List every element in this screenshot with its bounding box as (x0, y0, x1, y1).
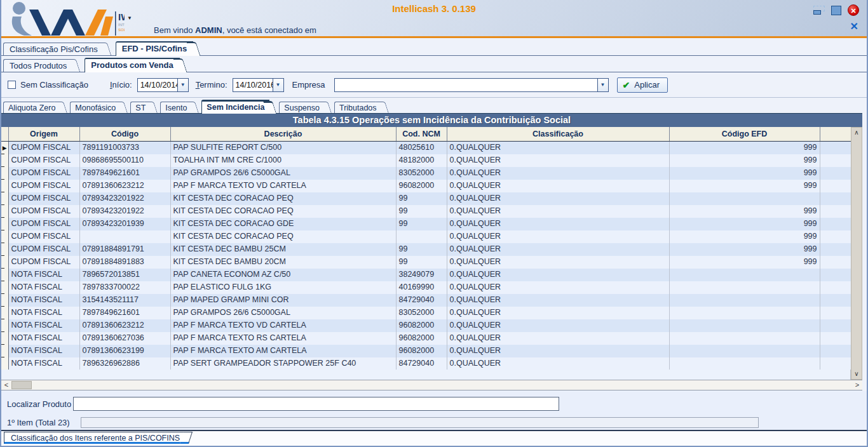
products-grid: OrigemCódigoDescriçãoCod. NCMClassificaç… (1, 127, 851, 370)
aplicar-button[interactable]: ✔ Aplicar (617, 77, 668, 93)
localizar-produto-label: Localizar Produto (7, 399, 71, 409)
vertical-scrollbar[interactable]: ∧ ∨ (851, 127, 862, 380)
cell-origem: NOTA FISCAL (8, 357, 79, 370)
scroll-down-icon[interactable]: ∨ (851, 369, 862, 379)
cell-filler (820, 269, 851, 281)
tab-todos-produtos[interactable]: Todos Produtos (3, 59, 73, 72)
cell-filler (820, 294, 851, 307)
column-header-c-digo[interactable]: Código (79, 127, 170, 141)
tab-categoria-sem-incidencia[interactable]: Sem Incidencia (201, 100, 269, 114)
column-header-classifica-o[interactable]: Classificação (447, 127, 669, 141)
cell-ncm: 96082000 (396, 180, 447, 192)
cell-origem: NOTA FISCAL (8, 319, 79, 332)
table-row[interactable]: NOTA FISCAL7897833700022PAP ELASTICO FUL… (1, 281, 851, 294)
table-row[interactable]: CUPOM FISCAL07891360623212PAP F MARCA TE… (1, 180, 851, 192)
logo-menu-caret-icon[interactable]: ▼ (127, 15, 132, 21)
table-row[interactable]: CUPOM FISCALKIT CESTA DEC CORACAO PEQ0.Q… (1, 230, 851, 243)
table-row[interactable]: ▶CUPOM FISCAL7891191003733PAP SULFITE RE… (1, 141, 851, 154)
table-row[interactable]: NOTA FISCAL7896326962886PAP SERT GRAMPEA… (1, 357, 851, 370)
close-child-window-icon[interactable]: ✕ (850, 20, 858, 32)
close-icon[interactable]: ✕ (848, 4, 859, 16)
table-row[interactable]: NOTA FISCAL07891360623212PAP F MARCA TEX… (1, 319, 851, 332)
cell-filler (820, 167, 851, 180)
horizontal-scrollbar[interactable]: < > (1, 380, 862, 390)
scroll-up-icon[interactable]: ∧ (851, 128, 862, 138)
cell-descricao: PAP F MARCA TEXTO RS CARTELA (170, 332, 396, 345)
tab-categoria-tributados[interactable]: Tributados (334, 102, 382, 113)
item-status-bar (81, 417, 759, 428)
status-tab-label: Classificação dos Itens referente a PIS/… (11, 434, 180, 443)
indicator-cell (1, 205, 8, 218)
cell-classificacao: 0.QUALQUER (447, 294, 669, 307)
column-header-origem[interactable]: Origem (8, 127, 79, 141)
cell-origem: CUPOM FISCAL (8, 205, 79, 218)
tab-classifica-o-pis-cofins[interactable]: Classificação Pis/Cofins (3, 43, 104, 55)
table-row[interactable]: NOTA FISCAL7897849621601PAP GRAMPOS 26/6… (1, 307, 851, 319)
table-row[interactable]: NOTA FISCAL3154143521117PAP MAPED GRAMP … (1, 294, 851, 307)
minimize-icon[interactable] (813, 6, 825, 15)
column-header-descri-o[interactable]: Descrição (170, 127, 396, 141)
indicator-cell (1, 154, 8, 167)
inicio-dropdown-icon[interactable]: ▼ (177, 79, 188, 91)
tab-label: Classificação Pis/Cofins (10, 44, 98, 54)
table-row[interactable]: NOTA FISCAL07891360627036PAP F MARCA TEX… (1, 332, 851, 345)
localizar-produto-input[interactable] (73, 397, 559, 411)
inicio-date-picker[interactable]: 14/10/2014 ▼ (137, 78, 189, 92)
empresa-dropdown-icon[interactable]: ▼ (597, 79, 608, 91)
status-tab[interactable]: Classificação dos Itens referente a PIS/… (4, 432, 186, 444)
tab-produtos-com-venda[interactable]: Produtos com Venda (85, 58, 179, 72)
cell-classificacao: 0.QUALQUER (447, 319, 669, 332)
horizontal-scroll-thumb[interactable] (11, 381, 32, 389)
cell-ncm: 99 (396, 192, 447, 205)
cell-origem: CUPOM FISCAL (8, 154, 79, 167)
scroll-right-icon[interactable]: > (852, 380, 862, 390)
table-row[interactable]: NOTA FISCAL7896572013851PAP CANETA ECONO… (1, 269, 851, 281)
tab-categoria-aliquota-zero[interactable]: Aliquota Zero (3, 102, 60, 113)
cell-filler (820, 192, 851, 205)
tab-categoria-isento[interactable]: Isento (160, 102, 192, 113)
cell-classificacao: 0.QUALQUER (447, 218, 669, 230)
maximize-icon[interactable] (831, 6, 841, 15)
scroll-left-icon[interactable]: < (1, 380, 11, 390)
table-row[interactable]: CUPOM FISCAL07893423201922KIT CESTA DEC … (1, 192, 851, 205)
tab-categoria-st[interactable]: ST (130, 102, 151, 113)
table-row[interactable]: CUPOM FISCAL7897849621601PAP GRAMPOS 26/… (1, 167, 851, 180)
termino-date-picker[interactable]: 14/10/2016 ▼ (233, 78, 284, 92)
page-title: Intellicash 3. 0.139 (1, 3, 867, 14)
empresa-value[interactable] (335, 79, 597, 91)
grid-empty-area (1, 370, 851, 380)
tab-categoria-suspenso[interactable]: Suspenso (279, 102, 325, 113)
column-header-c-digo-efd[interactable]: Código EFD (669, 127, 820, 141)
svg-text:SOLUTIONS: SOLUTIONS (118, 28, 125, 32)
sem-classificacao-checkbox[interactable] (8, 81, 16, 89)
tab-label: Todos Produtos (10, 61, 67, 70)
inicio-date-value[interactable]: 14/10/2014 (138, 79, 177, 91)
table-row[interactable]: CUPOM FISCAL09868695500110TOALHA INT MM … (1, 154, 851, 167)
row-indicator-icon: ▶ (3, 145, 7, 151)
cell-descricao: KIT CESTA DEC BAMBU 20CM (170, 256, 396, 269)
cell-codigo: 07891360627036 (79, 332, 170, 345)
column-header-cod-ncm[interactable]: Cod. NCM (396, 127, 447, 141)
empresa-select[interactable]: ▼ (334, 78, 609, 92)
termino-date-value[interactable]: 14/10/2016 (233, 79, 273, 91)
cell-filler (820, 180, 851, 192)
cell-descricao: PAP CANETA ECONOM AZ C/50 (170, 269, 396, 281)
indicator-cell (1, 281, 8, 294)
table-row[interactable]: CUPOM FISCAL07893423201922KIT CESTA DEC … (1, 205, 851, 218)
table-row[interactable]: CUPOM FISCAL07893423201939KIT CESTA DEC … (1, 218, 851, 230)
cell-origem: NOTA FISCAL (8, 294, 79, 307)
indicator-cell (1, 192, 8, 205)
cell-classificacao: 0.QUALQUER (447, 192, 669, 205)
termino-dropdown-icon[interactable]: ▼ (273, 79, 283, 91)
cell-efd: 999 (669, 167, 820, 180)
cell-codigo: 7896572013851 (79, 269, 170, 281)
tab-efd-pis-cofins[interactable]: EFD - PIS/Cofins (116, 41, 194, 56)
table-row[interactable]: NOTA FISCAL07891360623199PAP F MARCA TEX… (1, 345, 851, 357)
tab-categoria-monof-sico[interactable]: Monofásico (70, 102, 121, 113)
status-bar: Classificação dos Itens referente a PIS/… (1, 430, 867, 446)
cell-descricao: PAP F MARCA TEXTO VD CARTELA (170, 319, 396, 332)
cell-ncm: 99 (396, 256, 447, 269)
cell-codigo: 07893423201922 (79, 205, 170, 218)
table-row[interactable]: CUPOM FISCAL07891884891883KIT CESTA DEC … (1, 256, 851, 269)
table-row[interactable]: CUPOM FISCAL07891884891791KIT CESTA DEC … (1, 243, 851, 256)
